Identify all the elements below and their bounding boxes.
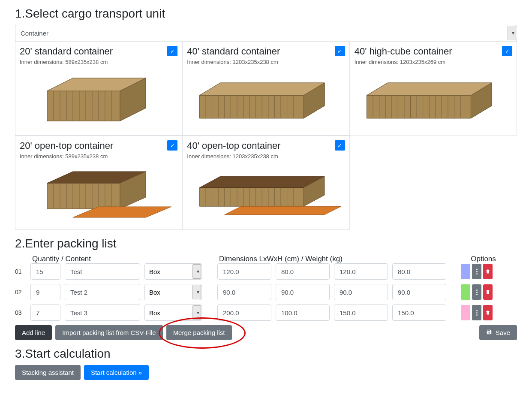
dots-icon — [476, 310, 478, 316]
row-menu-button[interactable] — [472, 264, 481, 279]
container-title: 20' open-top container — [20, 140, 177, 151]
import-csv-button[interactable]: Import packing list from CSV-File — [55, 325, 162, 340]
container-dims: Inner dimensions: 1203x235x238 cm — [187, 59, 345, 65]
save-icon — [486, 329, 494, 336]
packing-row: 01 Box — [15, 263, 517, 280]
merge-packing-button[interactable]: Merge packing list — [166, 325, 232, 340]
row-delete-button[interactable] — [483, 264, 493, 279]
check-icon[interactable]: ✓ — [502, 46, 512, 56]
weight-input[interactable] — [392, 284, 446, 300]
container-card[interactable]: 40' high-cube container Inner dimensions… — [350, 41, 517, 136]
row-menu-button[interactable] — [472, 284, 481, 300]
dots-icon — [476, 289, 478, 295]
column-headers: Quantity / Content Dimensions LxWxH (cm)… — [15, 255, 517, 263]
height-input[interactable] — [334, 263, 388, 280]
qty-input[interactable] — [30, 305, 60, 321]
container-card[interactable]: 20' standard container Inner dimensions:… — [15, 41, 182, 136]
container-title: 40' standard container — [187, 46, 345, 57]
content-input[interactable] — [65, 305, 140, 321]
container-dims: Inner dimensions: 1203x235x269 cm — [355, 59, 512, 65]
save-button[interactable]: Save — [479, 325, 517, 340]
height-input[interactable] — [334, 284, 388, 300]
calc-button-row: Stacking assistant Start calculation » — [15, 365, 517, 380]
container-image — [187, 69, 345, 130]
length-input[interactable] — [217, 305, 271, 321]
dots-icon — [476, 269, 478, 274]
trash-icon — [485, 310, 490, 316]
container-title: 40' open-top container — [187, 140, 345, 151]
save-label: Save — [496, 329, 510, 336]
start-calculation-button[interactable]: Start calculation » — [84, 365, 149, 380]
qty-input[interactable] — [30, 284, 60, 300]
type-select[interactable]: Box — [144, 284, 202, 300]
container-card[interactable]: 40' standard container Inner dimensions:… — [182, 41, 349, 136]
trash-icon — [485, 268, 490, 274]
type-select[interactable]: Box — [144, 263, 202, 280]
row-number: 01 — [15, 268, 26, 275]
container-dims: Inner dimensions: 589x235x238 cm — [20, 59, 177, 65]
content-input[interactable] — [65, 284, 140, 300]
transport-unit-select[interactable]: Container — [15, 25, 517, 41]
container-image — [20, 164, 177, 224]
container-grid: 20' standard container Inner dimensions:… — [15, 41, 517, 230]
packing-rows: 01 Box 02 Box 03 — [15, 263, 517, 321]
row-delete-button[interactable] — [483, 305, 493, 320]
header-qty: Quantity / Content — [32, 255, 219, 263]
row-menu-button[interactable] — [472, 305, 481, 320]
packing-row: 02 Box — [15, 284, 517, 300]
color-swatch[interactable] — [461, 264, 470, 279]
content-input[interactable] — [65, 263, 140, 280]
color-swatch[interactable] — [461, 284, 470, 300]
row-number: 03 — [15, 309, 26, 316]
trash-icon — [485, 289, 490, 295]
container-card[interactable]: 20' open-top container Inner dimensions:… — [15, 136, 182, 230]
weight-input[interactable] — [392, 263, 446, 280]
row-delete-button[interactable] — [483, 284, 493, 300]
width-input[interactable] — [276, 263, 330, 280]
check-icon[interactable]: ✓ — [167, 46, 177, 56]
stacking-assistant-button[interactable]: Stacking assistant — [15, 365, 81, 380]
section2-title: 2.Enter packing list — [15, 237, 517, 250]
transport-unit-select-wrap: Container — [15, 25, 517, 41]
row-number: 02 — [15, 289, 26, 295]
weight-input[interactable] — [392, 305, 446, 321]
type-select[interactable]: Box — [144, 305, 202, 321]
container-image — [355, 69, 512, 130]
packing-row: 03 Box — [15, 305, 517, 321]
height-input[interactable] — [334, 305, 388, 321]
header-opts: Options — [450, 255, 517, 263]
check-icon[interactable]: ✓ — [335, 46, 345, 56]
length-input[interactable] — [217, 284, 271, 300]
section1-title: 1.Select cargo transport unit — [15, 7, 517, 21]
length-input[interactable] — [217, 263, 271, 280]
width-input[interactable] — [276, 284, 330, 300]
container-title: 40' high-cube container — [355, 46, 512, 57]
section3-title: 3.Start calculation — [15, 347, 517, 361]
container-dims: Inner dimensions: 1203x235x238 cm — [187, 153, 345, 160]
width-input[interactable] — [276, 305, 330, 321]
add-line-button[interactable]: Add line — [15, 325, 52, 340]
container-dims: Inner dimensions: 589x235x238 cm — [20, 153, 177, 160]
container-image — [187, 164, 345, 224]
container-card[interactable]: 40' open-top container Inner dimensions:… — [182, 136, 349, 230]
qty-input[interactable] — [30, 263, 60, 280]
button-row: Add line Import packing list from CSV-Fi… — [15, 325, 517, 340]
check-icon[interactable]: ✓ — [167, 140, 177, 151]
container-title: 20' standard container — [20, 46, 177, 57]
check-icon[interactable]: ✓ — [335, 140, 345, 151]
color-swatch[interactable] — [461, 305, 470, 320]
container-image — [20, 69, 177, 130]
header-dims: Dimensions LxWxH (cm) / Weight (kg) — [219, 255, 450, 263]
